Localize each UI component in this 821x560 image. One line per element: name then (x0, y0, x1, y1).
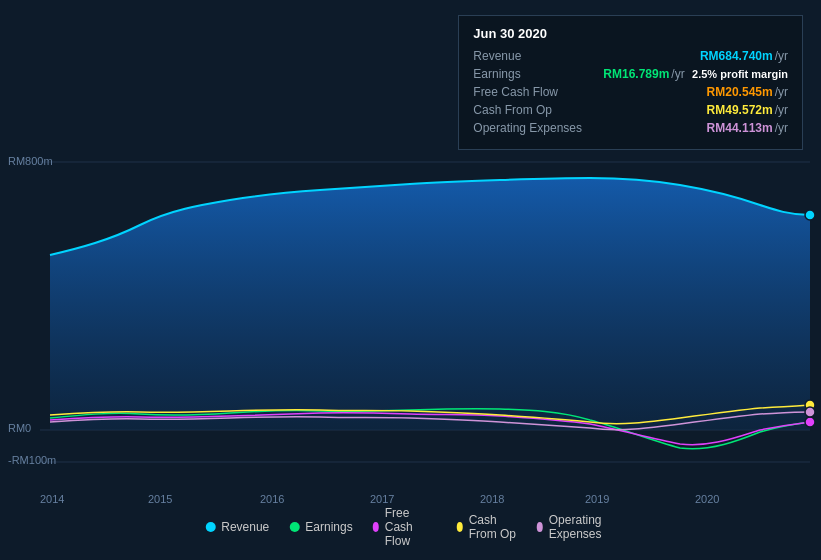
y-label-neg100: -RM100m (8, 454, 56, 466)
legend-revenue[interactable]: Revenue (205, 520, 269, 534)
x-label-2019: 2019 (585, 493, 609, 505)
tooltip-value-cfo: RM49.572m/yr (707, 103, 788, 117)
legend-cfo[interactable]: Cash From Op (457, 513, 517, 541)
tooltip-date: Jun 30 2020 (473, 26, 788, 41)
legend-dot-fcf (373, 522, 379, 532)
legend-fcf[interactable]: Free Cash Flow (373, 506, 437, 548)
tooltip-value-revenue: RM684.740m/yr (700, 49, 788, 63)
y-label-800: RM800m (8, 155, 53, 167)
legend-label-fcf: Free Cash Flow (385, 506, 437, 548)
tooltip-row-fcf: Free Cash Flow RM20.545m/yr (473, 85, 788, 99)
tooltip-box: Jun 30 2020 Revenue RM684.740m/yr Earnin… (458, 15, 803, 150)
legend-dot-opex (537, 522, 543, 532)
x-label-2020: 2020 (695, 493, 719, 505)
tooltip-value-earnings: RM16.789m/yr 2.5% profit margin (603, 67, 788, 81)
tooltip-label-revenue: Revenue (473, 49, 603, 63)
legend-label-revenue: Revenue (221, 520, 269, 534)
tooltip-label-cfo: Cash From Op (473, 103, 603, 117)
x-label-2014: 2014 (40, 493, 64, 505)
tooltip-label-fcf: Free Cash Flow (473, 85, 603, 99)
chart-legend: Revenue Earnings Free Cash Flow Cash Fro… (205, 506, 616, 548)
tooltip-row-earnings: Earnings RM16.789m/yr 2.5% profit margin (473, 67, 788, 81)
tooltip-row-opex: Operating Expenses RM44.113m/yr (473, 121, 788, 135)
legend-earnings[interactable]: Earnings (289, 520, 352, 534)
legend-dot-cfo (457, 522, 463, 532)
tooltip-value-opex: RM44.113m/yr (707, 121, 788, 135)
legend-label-opex: Operating Expenses (549, 513, 616, 541)
tooltip-label-opex: Operating Expenses (473, 121, 603, 135)
legend-dot-earnings (289, 522, 299, 532)
legend-label-cfo: Cash From Op (469, 513, 517, 541)
legend-opex[interactable]: Operating Expenses (537, 513, 616, 541)
x-label-2015: 2015 (148, 493, 172, 505)
chart-container: RM800m RM0 -RM100m 2014 2015 2016 2017 2… (0, 0, 821, 560)
tooltip-value-fcf: RM20.545m/yr (707, 85, 788, 99)
x-label-2017: 2017 (370, 493, 394, 505)
y-label-0: RM0 (8, 422, 31, 434)
tooltip-row-revenue: Revenue RM684.740m/yr (473, 49, 788, 63)
x-label-2018: 2018 (480, 493, 504, 505)
tooltip-profit-margin: 2.5% profit margin (692, 68, 788, 80)
tooltip-label-earnings: Earnings (473, 67, 603, 81)
svg-point-7 (805, 407, 815, 417)
svg-point-4 (805, 210, 815, 220)
legend-label-earnings: Earnings (305, 520, 352, 534)
x-label-2016: 2016 (260, 493, 284, 505)
legend-dot-revenue (205, 522, 215, 532)
tooltip-row-cfo: Cash From Op RM49.572m/yr (473, 103, 788, 117)
svg-point-5 (805, 417, 815, 427)
